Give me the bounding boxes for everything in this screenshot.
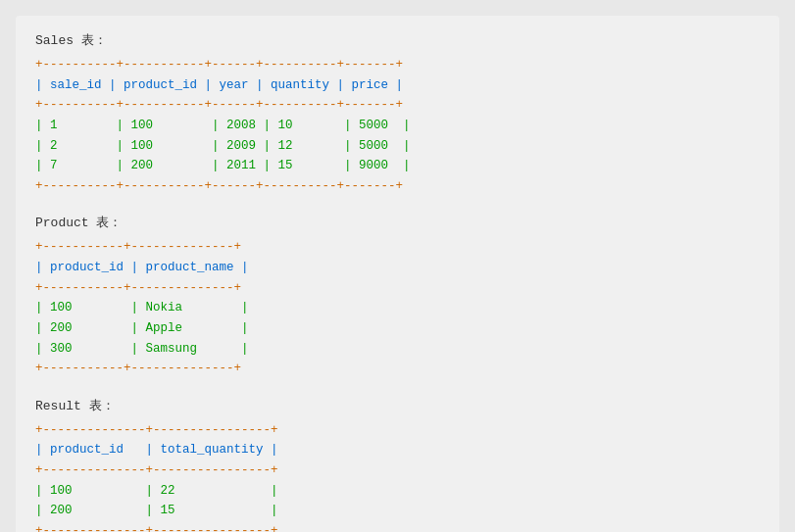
result-border-1: +--------------+----------------+ xyxy=(35,423,278,437)
product-row-2: | 200 | Apple | xyxy=(35,321,249,335)
product-border-2: +-----------+--------------+ xyxy=(35,281,241,295)
product-table: +-----------+--------------+ | product_i… xyxy=(35,237,760,378)
sales-header: | sale_id | product_id | year | quantity… xyxy=(35,78,403,92)
product-header: | product_id | product_name | xyxy=(35,261,249,274)
product-border-3: +-----------+--------------+ xyxy=(35,362,241,375)
sales-border-2: +----------+-----------+------+---------… xyxy=(35,98,403,112)
product-row-1: | 100 | Nokia | xyxy=(35,301,249,314)
result-row-2: | 200 | 15 | xyxy=(35,504,278,517)
result-section: Result 表： +--------------+--------------… xyxy=(35,397,760,532)
product-title: Product 表： xyxy=(35,214,760,231)
sales-table: +----------+-----------+------+---------… xyxy=(35,55,760,196)
result-table: +--------------+----------------+ | prod… xyxy=(35,420,760,532)
result-border-2: +--------------+----------------+ xyxy=(35,463,278,477)
sales-row-3: | 7 | 200 | 2011 | 15 | 9000 | xyxy=(35,159,411,172)
sales-border-1: +----------+-----------+------+---------… xyxy=(35,58,403,72)
result-row-1: | 100 | 22 | xyxy=(35,484,278,498)
product-border-1: +-----------+--------------+ xyxy=(35,240,241,254)
result-border-3: +--------------+----------------+ xyxy=(35,524,278,532)
sales-title: Sales 表： xyxy=(35,31,760,49)
result-title: Result 表： xyxy=(35,397,760,414)
product-row-3: | 300 | Samsung | xyxy=(35,342,249,356)
result-header: | product_id | total_quantity | xyxy=(35,443,278,457)
sales-section: Sales 表： +----------+-----------+------+… xyxy=(35,31,760,196)
content-area: Sales 表： +----------+-----------+------+… xyxy=(16,16,779,532)
sales-row-1: | 1 | 100 | 2008 | 10 | 5000 | xyxy=(35,119,411,132)
product-section: Product 表： +-----------+--------------+ … xyxy=(35,214,760,378)
sales-border-3: +----------+-----------+------+---------… xyxy=(35,179,403,193)
sales-row-2: | 2 | 100 | 2009 | 12 | 5000 | xyxy=(35,139,411,153)
